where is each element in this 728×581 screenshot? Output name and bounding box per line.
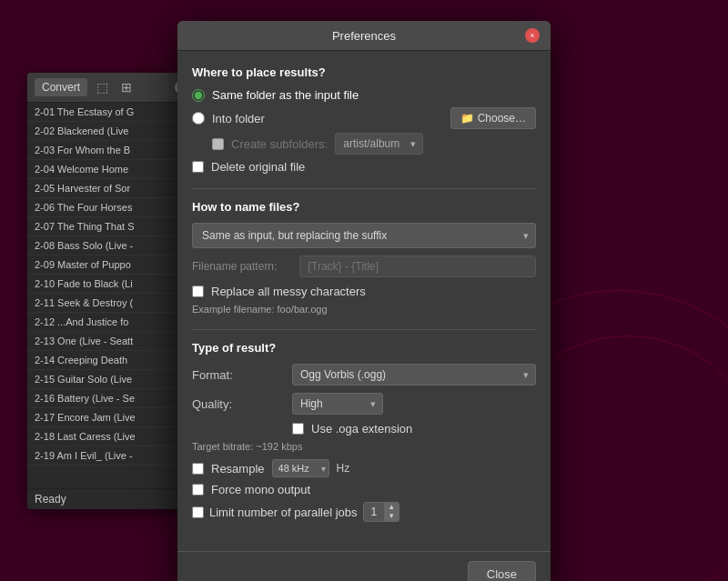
same-folder-row: Same folder as the input file	[192, 88, 536, 102]
resample-label: Resample	[211, 462, 265, 476]
dialog-body: Where to place results? Same folder as t…	[177, 51, 551, 551]
create-subfolders-row: Create subfolders: artist/album	[212, 133, 536, 155]
jobs-value: 1	[364, 503, 385, 521]
jobs-spinbox: 1 ▲ ▼	[363, 502, 400, 522]
create-subfolders-checkbox[interactable]	[212, 138, 224, 150]
folder-icon-button[interactable]: ⊞	[117, 78, 136, 96]
quality-label: Quality:	[192, 397, 283, 411]
limit-jobs-row: Limit number of parallel jobs 1 ▲ ▼	[192, 502, 536, 522]
format-select[interactable]: Ogg Vorbis (.ogg)	[292, 364, 536, 386]
force-mono-row: Force mono output	[192, 483, 536, 496]
status-text: Ready	[35, 493, 66, 506]
hz-select[interactable]: 48 kHz	[272, 459, 329, 477]
replace-messy-row: Replace all messy characters	[192, 285, 536, 298]
where-to-place-section: Where to place results? Same folder as t…	[192, 65, 536, 174]
dialog-close-x-button[interactable]: ×	[525, 28, 540, 43]
where-to-place-label: Where to place results?	[192, 65, 536, 79]
type-of-result-label: Type of result?	[192, 341, 536, 355]
quality-select[interactable]: High	[292, 393, 383, 415]
same-folder-label: Same folder as the input file	[212, 88, 359, 102]
limit-jobs-checkbox[interactable]	[192, 506, 204, 518]
pattern-label: Filename pattern:	[192, 260, 292, 273]
filename-pattern-row: Filename pattern:	[192, 255, 536, 277]
format-row: Format: Ogg Vorbis (.ogg)	[192, 364, 536, 386]
convert-button[interactable]: Convert	[35, 78, 87, 96]
use-oga-checkbox[interactable]	[292, 423, 304, 435]
replace-messy-label: Replace all messy characters	[211, 285, 366, 298]
replace-messy-checkbox[interactable]	[192, 285, 204, 297]
preferences-dialog: Preferences × Where to place results? Sa…	[177, 21, 551, 581]
quality-row: Quality: High	[192, 393, 536, 415]
example-filename-text: Example filename: foo/bar.ogg	[192, 304, 536, 315]
type-of-result-section: Type of result? Format: Ogg Vorbis (.ogg…	[192, 341, 536, 522]
target-bitrate-text: Target bitrate: ~192 kbps	[192, 441, 536, 452]
naming-select-wrapper: Same as input, but replacing the suffix	[192, 223, 536, 248]
use-oga-label: Use .oga extension	[311, 422, 412, 436]
dialog-title: Preferences	[203, 29, 525, 43]
close-button[interactable]: Close	[468, 561, 536, 581]
dialog-footer: Close	[177, 551, 551, 581]
how-to-name-label: How to name files?	[192, 200, 536, 214]
subfolder-select[interactable]: artist/album	[335, 133, 423, 155]
delete-original-label: Delete original file	[211, 160, 305, 174]
naming-select[interactable]: Same as input, but replacing the suffix	[192, 223, 536, 248]
dialog-titlebar: Preferences ×	[177, 21, 551, 51]
choose-folder-button[interactable]: 📁 Choose…	[450, 107, 536, 129]
force-mono-label: Force mono output	[211, 483, 310, 496]
hz-unit: Hz	[337, 462, 350, 475]
into-folder-label: Into folder	[212, 112, 265, 125]
into-folder-row: Into folder 📁 Choose…	[192, 107, 536, 129]
jobs-increment-button[interactable]: ▲	[384, 503, 399, 512]
delete-original-row: Delete original file	[192, 160, 536, 174]
format-label: Format:	[192, 368, 283, 382]
how-to-name-section: How to name files? Same as input, but re…	[192, 200, 536, 315]
limit-jobs-label: Limit number of parallel jobs	[209, 506, 358, 519]
resample-row: Resample 48 kHz Hz	[192, 459, 536, 477]
create-subfolders-label: Create subfolders:	[231, 137, 328, 151]
force-mono-checkbox[interactable]	[192, 484, 204, 496]
resample-checkbox[interactable]	[192, 463, 204, 475]
into-folder-radio[interactable]	[192, 112, 205, 125]
delete-original-checkbox[interactable]	[192, 161, 204, 173]
jobs-decrement-button[interactable]: ▼	[384, 512, 399, 521]
use-oga-row: Use .oga extension	[292, 422, 536, 436]
pattern-input[interactable]	[299, 255, 536, 277]
copy-icon-button[interactable]: ⬚	[93, 78, 112, 96]
same-folder-radio[interactable]	[192, 89, 205, 102]
